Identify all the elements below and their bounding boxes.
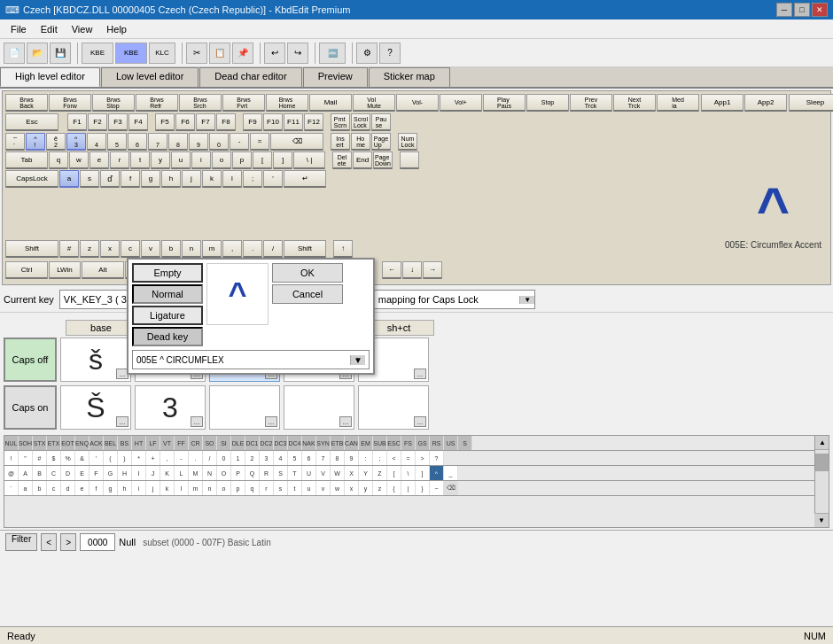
caps-on-button[interactable]: Caps on xyxy=(4,385,57,430)
char-cell[interactable]: E xyxy=(75,466,90,480)
key-hash[interactable]: # xyxy=(59,240,79,258)
char-cell[interactable]: 0 xyxy=(217,451,231,465)
char-cell[interactable]: BS xyxy=(118,436,132,450)
char-cell[interactable]: ? xyxy=(430,451,444,465)
key-semi[interactable]: ; xyxy=(243,170,262,188)
key-6[interactable]: 6 xyxy=(128,133,147,151)
caps-off-base-cell[interactable]: š … xyxy=(60,338,131,382)
char-cell[interactable]: ! xyxy=(4,451,19,465)
char-cell[interactable]: t xyxy=(288,481,302,495)
key-backslash[interactable]: \ | xyxy=(293,151,325,169)
key-g[interactable]: g xyxy=(141,170,160,188)
toolbar-kbd1[interactable]: KBE xyxy=(82,43,113,64)
key-v[interactable]: v xyxy=(141,240,160,258)
char-cell[interactable]: [ xyxy=(387,466,401,480)
caps-on-ag-cell[interactable]: … xyxy=(209,385,280,430)
char-cell[interactable]: CAN xyxy=(345,436,359,450)
key-o[interactable]: o xyxy=(212,151,231,169)
dead-key-button[interactable]: Dead key xyxy=(132,327,203,346)
key-l[interactable]: l xyxy=(222,170,242,188)
char-cell[interactable]: ETX xyxy=(47,436,61,450)
toolbar-redo[interactable]: ↪ xyxy=(287,43,308,64)
key-media[interactable]: Media xyxy=(657,94,699,112)
char-cell[interactable]: ` xyxy=(4,481,19,495)
char-cell[interactable]: _ xyxy=(444,466,458,480)
char-cell[interactable]: o xyxy=(217,481,231,495)
char-cell[interactable]: ⌫ xyxy=(444,481,458,495)
char-cell[interactable]: > xyxy=(416,451,430,465)
char-cell[interactable]: C xyxy=(47,466,61,480)
char-cell[interactable]: T xyxy=(288,466,302,480)
char-cell[interactable]: 1 xyxy=(231,451,245,465)
caps-on-ct-cell[interactable]: … xyxy=(284,385,354,430)
tab-dead-char[interactable]: Dead char editor xyxy=(199,67,301,87)
char-cell[interactable]: GS xyxy=(416,436,430,450)
key-numlock[interactable]: NumLock xyxy=(398,133,417,151)
key-t[interactable]: t xyxy=(130,151,150,169)
key-s[interactable]: s xyxy=(80,170,99,188)
key-j[interactable]: j xyxy=(182,170,201,188)
key-pgdn[interactable]: PageDown xyxy=(373,151,393,169)
key-stop[interactable]: Stop xyxy=(526,94,569,112)
char-cell[interactable]: e xyxy=(75,481,90,495)
next-button[interactable]: > xyxy=(60,533,76,551)
char-cell[interactable]: l xyxy=(175,481,189,495)
key-brws-back[interactable]: BrwsBack xyxy=(5,94,48,112)
key-f1[interactable]: F1 xyxy=(67,113,87,131)
key-capslock[interactable]: CapsLock xyxy=(5,170,58,188)
key-f4[interactable]: F4 xyxy=(128,113,148,131)
key-f7[interactable]: F7 xyxy=(196,113,215,131)
char-cell[interactable]: M xyxy=(189,466,203,480)
scroll-down-button[interactable]: ▼ xyxy=(814,513,829,527)
char-cell[interactable]: ^ xyxy=(430,466,444,480)
key-vol-down[interactable]: Vol- xyxy=(396,94,439,112)
char-cell[interactable]: + xyxy=(146,451,160,465)
char-cell[interactable]: ] xyxy=(416,466,430,480)
key-f12[interactable]: F12 xyxy=(304,113,323,131)
filter-button[interactable]: Filter xyxy=(5,533,37,551)
toolbar-cut[interactable]: ✂ xyxy=(186,43,207,64)
char-cell[interactable]: B xyxy=(33,466,47,480)
char-cell[interactable]: d xyxy=(61,481,75,495)
key-print[interactable]: PrntScrn xyxy=(331,113,350,131)
key-mail[interactable]: Mail xyxy=(309,94,352,112)
char-cell[interactable]: K xyxy=(160,466,175,480)
toolbar-save[interactable]: 💾 xyxy=(50,43,71,64)
key-lwin[interactable]: LWin xyxy=(49,261,81,279)
char-cell[interactable]: STX xyxy=(33,436,47,450)
key-f2[interactable]: F2 xyxy=(88,113,107,131)
char-cell[interactable]: 7 xyxy=(316,451,331,465)
char-cell[interactable]: W xyxy=(331,466,345,480)
effect-dropdown-arrow[interactable]: ▼ xyxy=(519,296,534,304)
char-cell[interactable]: R xyxy=(260,466,274,480)
key-next-trck[interactable]: NextTrck xyxy=(613,94,656,112)
key-quote[interactable]: ' xyxy=(263,170,283,188)
char-cell[interactable]: FF xyxy=(175,436,189,450)
menu-view[interactable]: View xyxy=(65,22,100,36)
tab-high-level[interactable]: High level editor xyxy=(0,67,100,87)
char-cell[interactable]: LF xyxy=(146,436,160,450)
char-cell[interactable]: HT xyxy=(132,436,146,450)
key-brws-refr[interactable]: BrwsRefr xyxy=(136,94,178,112)
key-z[interactable]: z xyxy=(80,240,99,258)
prev-button[interactable]: < xyxy=(41,533,57,551)
key-f9[interactable]: F9 xyxy=(243,113,262,131)
key-lbracket[interactable]: [ xyxy=(253,151,272,169)
char-cell[interactable]: 3 xyxy=(260,451,274,465)
hex-input[interactable] xyxy=(80,533,115,551)
menu-file[interactable]: File xyxy=(4,22,34,36)
char-cell[interactable]: DC3 xyxy=(274,436,288,450)
char-cell[interactable]: DC2 xyxy=(260,436,274,450)
char-cell[interactable]: ' xyxy=(90,451,104,465)
char-cell[interactable]: BEL xyxy=(104,436,118,450)
key-c[interactable]: c xyxy=(121,240,140,258)
char-cell[interactable]: ACK xyxy=(90,436,104,450)
char-cell[interactable]: V xyxy=(316,466,331,480)
char-cell[interactable]: Z xyxy=(373,466,387,480)
key-brws-srch[interactable]: BrwsSrch xyxy=(179,94,222,112)
char-cell[interactable]: v xyxy=(316,481,331,495)
key-f5[interactable]: F5 xyxy=(155,113,175,131)
char-cell[interactable]: - xyxy=(175,451,189,465)
char-cell[interactable]: @ xyxy=(4,466,19,480)
char-cell[interactable]: ETB xyxy=(331,436,345,450)
